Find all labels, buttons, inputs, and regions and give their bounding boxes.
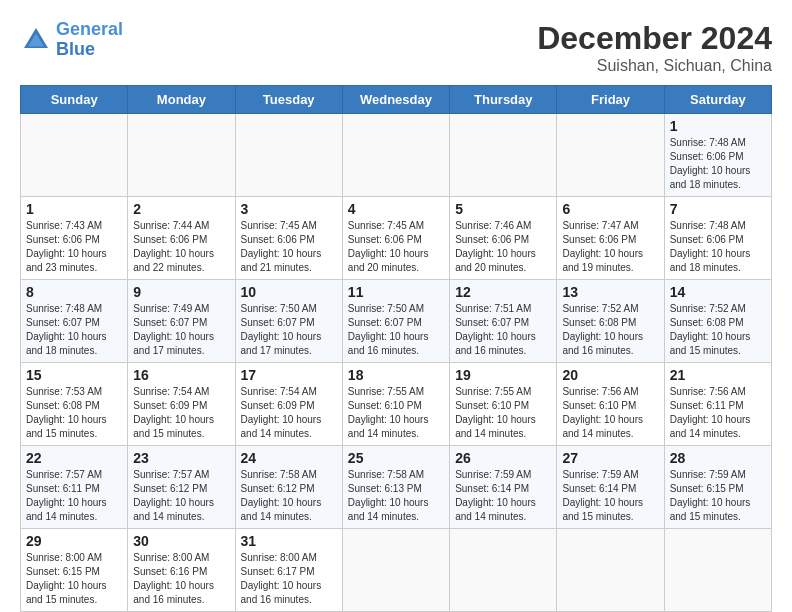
- col-header-monday: Monday: [128, 86, 235, 114]
- day-number: 26: [455, 450, 551, 466]
- calendar-cell: 28 Sunrise: 7:59 AMSunset: 6:15 PMDaylig…: [664, 446, 771, 529]
- day-info: Sunrise: 7:49 AMSunset: 6:07 PMDaylight:…: [133, 302, 229, 358]
- logo-icon: [20, 24, 52, 56]
- day-info: Sunrise: 7:44 AMSunset: 6:06 PMDaylight:…: [133, 219, 229, 275]
- calendar-cell: 14 Sunrise: 7:52 AMSunset: 6:08 PMDaylig…: [664, 280, 771, 363]
- day-info: Sunrise: 8:00 AMSunset: 6:15 PMDaylight:…: [26, 551, 122, 607]
- calendar-week-1: 1 Sunrise: 7:43 AMSunset: 6:06 PMDayligh…: [21, 197, 772, 280]
- calendar-cell: [557, 114, 664, 197]
- day-number: 19: [455, 367, 551, 383]
- day-info: Sunrise: 7:54 AMSunset: 6:09 PMDaylight:…: [241, 385, 337, 441]
- day-number: 21: [670, 367, 766, 383]
- calendar-cell: [235, 114, 342, 197]
- day-info: Sunrise: 7:52 AMSunset: 6:08 PMDaylight:…: [562, 302, 658, 358]
- day-info: Sunrise: 7:48 AMSunset: 6:06 PMDaylight:…: [670, 136, 766, 192]
- calendar-cell: 13 Sunrise: 7:52 AMSunset: 6:08 PMDaylig…: [557, 280, 664, 363]
- calendar-cell: 17 Sunrise: 7:54 AMSunset: 6:09 PMDaylig…: [235, 363, 342, 446]
- day-number: 28: [670, 450, 766, 466]
- day-info: Sunrise: 7:57 AMSunset: 6:11 PMDaylight:…: [26, 468, 122, 524]
- day-number: 8: [26, 284, 122, 300]
- calendar-cell: 22 Sunrise: 7:57 AMSunset: 6:11 PMDaylig…: [21, 446, 128, 529]
- calendar-cell: 24 Sunrise: 7:58 AMSunset: 6:12 PMDaylig…: [235, 446, 342, 529]
- day-info: Sunrise: 7:57 AMSunset: 6:12 PMDaylight:…: [133, 468, 229, 524]
- calendar-cell: 8 Sunrise: 7:48 AMSunset: 6:07 PMDayligh…: [21, 280, 128, 363]
- calendar-cell: 20 Sunrise: 7:56 AMSunset: 6:10 PMDaylig…: [557, 363, 664, 446]
- logo-line1: General: [56, 19, 123, 39]
- location-subtitle: Suishan, Sichuan, China: [537, 57, 772, 75]
- calendar-cell: 25 Sunrise: 7:58 AMSunset: 6:13 PMDaylig…: [342, 446, 449, 529]
- month-title: December 2024: [537, 20, 772, 57]
- day-info: Sunrise: 7:56 AMSunset: 6:10 PMDaylight:…: [562, 385, 658, 441]
- day-info: Sunrise: 7:52 AMSunset: 6:08 PMDaylight:…: [670, 302, 766, 358]
- logo-text: General Blue: [56, 20, 123, 60]
- day-number: 29: [26, 533, 122, 549]
- calendar-cell: 19 Sunrise: 7:55 AMSunset: 6:10 PMDaylig…: [450, 363, 557, 446]
- day-number: 1: [26, 201, 122, 217]
- calendar-cell: 1 Sunrise: 7:48 AMSunset: 6:06 PMDayligh…: [664, 114, 771, 197]
- calendar-cell: [664, 529, 771, 612]
- calendar-cell: 9 Sunrise: 7:49 AMSunset: 6:07 PMDayligh…: [128, 280, 235, 363]
- day-number: 16: [133, 367, 229, 383]
- day-number: 2: [133, 201, 229, 217]
- calendar-cell: 6 Sunrise: 7:47 AMSunset: 6:06 PMDayligh…: [557, 197, 664, 280]
- col-header-saturday: Saturday: [664, 86, 771, 114]
- day-number: 15: [26, 367, 122, 383]
- day-info: Sunrise: 7:43 AMSunset: 6:06 PMDaylight:…: [26, 219, 122, 275]
- day-info: Sunrise: 7:48 AMSunset: 6:07 PMDaylight:…: [26, 302, 122, 358]
- calendar-cell: 29 Sunrise: 8:00 AMSunset: 6:15 PMDaylig…: [21, 529, 128, 612]
- day-info: Sunrise: 7:54 AMSunset: 6:09 PMDaylight:…: [133, 385, 229, 441]
- col-header-wednesday: Wednesday: [342, 86, 449, 114]
- calendar-cell: 27 Sunrise: 7:59 AMSunset: 6:14 PMDaylig…: [557, 446, 664, 529]
- calendar-cell: [557, 529, 664, 612]
- day-number: 9: [133, 284, 229, 300]
- day-info: Sunrise: 7:48 AMSunset: 6:06 PMDaylight:…: [670, 219, 766, 275]
- day-number: 12: [455, 284, 551, 300]
- calendar-header-row: SundayMondayTuesdayWednesdayThursdayFrid…: [21, 86, 772, 114]
- calendar-week-4: 22 Sunrise: 7:57 AMSunset: 6:11 PMDaylig…: [21, 446, 772, 529]
- day-info: Sunrise: 7:50 AMSunset: 6:07 PMDaylight:…: [348, 302, 444, 358]
- day-info: Sunrise: 7:45 AMSunset: 6:06 PMDaylight:…: [241, 219, 337, 275]
- calendar-cell: 18 Sunrise: 7:55 AMSunset: 6:10 PMDaylig…: [342, 363, 449, 446]
- calendar-cell: 30 Sunrise: 8:00 AMSunset: 6:16 PMDaylig…: [128, 529, 235, 612]
- day-number: 27: [562, 450, 658, 466]
- calendar-week-3: 15 Sunrise: 7:53 AMSunset: 6:08 PMDaylig…: [21, 363, 772, 446]
- day-number: 23: [133, 450, 229, 466]
- calendar-cell: [450, 114, 557, 197]
- day-info: Sunrise: 7:55 AMSunset: 6:10 PMDaylight:…: [348, 385, 444, 441]
- day-number: 5: [455, 201, 551, 217]
- day-number: 25: [348, 450, 444, 466]
- day-number: 30: [133, 533, 229, 549]
- day-info: Sunrise: 7:55 AMSunset: 6:10 PMDaylight:…: [455, 385, 551, 441]
- day-number: 3: [241, 201, 337, 217]
- day-info: Sunrise: 7:50 AMSunset: 6:07 PMDaylight:…: [241, 302, 337, 358]
- day-number: 17: [241, 367, 337, 383]
- day-number: 4: [348, 201, 444, 217]
- day-info: Sunrise: 7:59 AMSunset: 6:14 PMDaylight:…: [455, 468, 551, 524]
- calendar-table: SundayMondayTuesdayWednesdayThursdayFrid…: [20, 85, 772, 612]
- calendar-cell: 31 Sunrise: 8:00 AMSunset: 6:17 PMDaylig…: [235, 529, 342, 612]
- day-number: 6: [562, 201, 658, 217]
- day-number: 7: [670, 201, 766, 217]
- col-header-thursday: Thursday: [450, 86, 557, 114]
- title-block: December 2024 Suishan, Sichuan, China: [537, 20, 772, 75]
- day-number: 1: [670, 118, 766, 134]
- day-info: Sunrise: 7:56 AMSunset: 6:11 PMDaylight:…: [670, 385, 766, 441]
- day-info: Sunrise: 7:58 AMSunset: 6:13 PMDaylight:…: [348, 468, 444, 524]
- calendar-cell: 7 Sunrise: 7:48 AMSunset: 6:06 PMDayligh…: [664, 197, 771, 280]
- col-header-friday: Friday: [557, 86, 664, 114]
- day-number: 11: [348, 284, 444, 300]
- day-number: 20: [562, 367, 658, 383]
- calendar-cell: 12 Sunrise: 7:51 AMSunset: 6:07 PMDaylig…: [450, 280, 557, 363]
- day-info: Sunrise: 7:53 AMSunset: 6:08 PMDaylight:…: [26, 385, 122, 441]
- day-info: Sunrise: 7:46 AMSunset: 6:06 PMDaylight:…: [455, 219, 551, 275]
- col-header-sunday: Sunday: [21, 86, 128, 114]
- calendar-cell: 11 Sunrise: 7:50 AMSunset: 6:07 PMDaylig…: [342, 280, 449, 363]
- calendar-cell: 15 Sunrise: 7:53 AMSunset: 6:08 PMDaylig…: [21, 363, 128, 446]
- day-info: Sunrise: 7:47 AMSunset: 6:06 PMDaylight:…: [562, 219, 658, 275]
- day-info: Sunrise: 7:59 AMSunset: 6:15 PMDaylight:…: [670, 468, 766, 524]
- logo-line2: Blue: [56, 39, 95, 59]
- calendar-cell: 10 Sunrise: 7:50 AMSunset: 6:07 PMDaylig…: [235, 280, 342, 363]
- day-number: 31: [241, 533, 337, 549]
- day-number: 10: [241, 284, 337, 300]
- day-number: 14: [670, 284, 766, 300]
